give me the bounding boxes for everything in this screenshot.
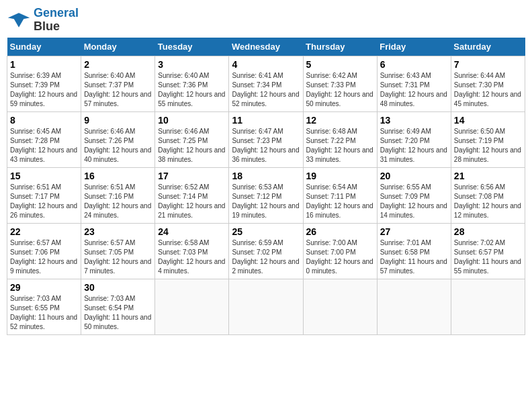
day-header-sunday: Sunday bbox=[7, 38, 81, 56]
week-row-5: 29Sunrise: 7:03 AM Sunset: 6:55 PM Dayli… bbox=[7, 279, 525, 334]
day-number: 30 bbox=[84, 282, 152, 293]
day-info: Sunrise: 6:48 AM Sunset: 7:22 PM Dayligh… bbox=[306, 127, 374, 165]
day-number: 18 bbox=[232, 171, 300, 181]
day-number: 1 bbox=[10, 59, 78, 70]
day-number: 4 bbox=[232, 59, 300, 70]
day-cell-24: 24Sunrise: 6:58 AM Sunset: 7:03 PM Dayli… bbox=[155, 223, 229, 279]
day-info: Sunrise: 6:55 AM Sunset: 7:09 PM Dayligh… bbox=[380, 183, 448, 220]
day-info: Sunrise: 6:56 AM Sunset: 7:08 PM Dayligh… bbox=[454, 183, 522, 220]
day-header-saturday: Saturday bbox=[451, 38, 525, 56]
day-cell-19: 19Sunrise: 6:54 AM Sunset: 7:11 PM Dayli… bbox=[303, 167, 377, 223]
day-number: 27 bbox=[380, 226, 448, 237]
day-info: Sunrise: 6:45 AM Sunset: 7:28 PM Dayligh… bbox=[10, 127, 78, 165]
day-info: Sunrise: 6:41 AM Sunset: 7:34 PM Dayligh… bbox=[232, 71, 300, 109]
day-cell-14: 14Sunrise: 6:50 AM Sunset: 7:19 PM Dayli… bbox=[451, 111, 525, 167]
day-info: Sunrise: 6:47 AM Sunset: 7:23 PM Dayligh… bbox=[232, 127, 300, 165]
day-number: 26 bbox=[306, 226, 374, 237]
day-info: Sunrise: 6:39 AM Sunset: 7:39 PM Dayligh… bbox=[10, 71, 78, 109]
logo: GeneralBlue bbox=[7, 7, 79, 34]
day-info: Sunrise: 6:50 AM Sunset: 7:19 PM Dayligh… bbox=[454, 127, 522, 165]
day-info: Sunrise: 6:54 AM Sunset: 7:11 PM Dayligh… bbox=[306, 183, 374, 220]
day-number: 7 bbox=[454, 59, 522, 70]
day-number: 6 bbox=[380, 59, 448, 70]
calendar-body: 1Sunrise: 6:39 AM Sunset: 7:39 PM Daylig… bbox=[7, 56, 525, 334]
day-cell-30: 30Sunrise: 7:03 AM Sunset: 6:54 PM Dayli… bbox=[81, 279, 155, 334]
day-cell-20: 20Sunrise: 6:55 AM Sunset: 7:09 PM Dayli… bbox=[377, 167, 451, 223]
day-number: 11 bbox=[232, 115, 300, 126]
day-cell-8: 8Sunrise: 6:45 AM Sunset: 7:28 PM Daylig… bbox=[7, 111, 81, 167]
empty-cell bbox=[451, 279, 525, 334]
day-header-thursday: Thursday bbox=[303, 38, 377, 56]
day-header-wednesday: Wednesday bbox=[229, 38, 303, 56]
day-cell-15: 15Sunrise: 6:51 AM Sunset: 7:17 PM Dayli… bbox=[7, 167, 81, 223]
empty-cell bbox=[303, 279, 377, 334]
empty-cell bbox=[229, 279, 303, 334]
day-info: Sunrise: 6:57 AM Sunset: 7:06 PM Dayligh… bbox=[10, 238, 78, 276]
day-cell-16: 16Sunrise: 6:51 AM Sunset: 7:16 PM Dayli… bbox=[81, 167, 155, 223]
day-cell-23: 23Sunrise: 6:57 AM Sunset: 7:05 PM Dayli… bbox=[81, 223, 155, 279]
day-cell-6: 6Sunrise: 6:43 AM Sunset: 7:31 PM Daylig… bbox=[377, 56, 451, 111]
day-info: Sunrise: 6:51 AM Sunset: 7:16 PM Dayligh… bbox=[84, 183, 152, 220]
day-number: 2 bbox=[84, 59, 152, 70]
day-number: 28 bbox=[454, 226, 522, 237]
day-cell-22: 22Sunrise: 6:57 AM Sunset: 7:06 PM Dayli… bbox=[7, 223, 81, 279]
logo-text: GeneralBlue bbox=[34, 7, 79, 34]
day-info: Sunrise: 6:42 AM Sunset: 7:33 PM Dayligh… bbox=[306, 71, 374, 109]
day-info: Sunrise: 7:03 AM Sunset: 6:54 PM Dayligh… bbox=[84, 294, 152, 332]
day-info: Sunrise: 6:51 AM Sunset: 7:17 PM Dayligh… bbox=[10, 183, 78, 220]
week-row-3: 15Sunrise: 6:51 AM Sunset: 7:17 PM Dayli… bbox=[7, 167, 525, 223]
day-cell-2: 2Sunrise: 6:40 AM Sunset: 7:37 PM Daylig… bbox=[81, 56, 155, 111]
day-cell-3: 3Sunrise: 6:40 AM Sunset: 7:36 PM Daylig… bbox=[155, 56, 229, 111]
day-info: Sunrise: 7:00 AM Sunset: 7:00 PM Dayligh… bbox=[306, 238, 374, 276]
day-header-monday: Monday bbox=[81, 38, 155, 56]
day-cell-11: 11Sunrise: 6:47 AM Sunset: 7:23 PM Dayli… bbox=[229, 111, 303, 167]
day-info: Sunrise: 7:01 AM Sunset: 6:58 PM Dayligh… bbox=[380, 238, 448, 276]
day-header-tuesday: Tuesday bbox=[155, 38, 229, 56]
day-number: 15 bbox=[10, 171, 78, 181]
day-number: 23 bbox=[84, 226, 152, 237]
day-cell-1: 1Sunrise: 6:39 AM Sunset: 7:39 PM Daylig… bbox=[7, 56, 81, 111]
day-number: 20 bbox=[380, 171, 448, 181]
day-cell-26: 26Sunrise: 7:00 AM Sunset: 7:00 PM Dayli… bbox=[303, 223, 377, 279]
day-info: Sunrise: 6:58 AM Sunset: 7:03 PM Dayligh… bbox=[158, 238, 226, 276]
day-info: Sunrise: 6:40 AM Sunset: 7:37 PM Dayligh… bbox=[84, 71, 152, 109]
empty-cell bbox=[377, 279, 451, 334]
day-cell-9: 9Sunrise: 6:46 AM Sunset: 7:26 PM Daylig… bbox=[81, 111, 155, 167]
day-cell-4: 4Sunrise: 6:41 AM Sunset: 7:34 PM Daylig… bbox=[229, 56, 303, 111]
day-number: 13 bbox=[380, 115, 448, 126]
calendar-header: SundayMondayTuesdayWednesdayThursdayFrid… bbox=[7, 38, 525, 56]
day-number: 10 bbox=[158, 115, 226, 126]
page-header: GeneralBlue bbox=[7, 7, 525, 34]
day-number: 8 bbox=[10, 115, 78, 126]
day-info: Sunrise: 7:03 AM Sunset: 6:55 PM Dayligh… bbox=[10, 294, 78, 332]
day-number: 12 bbox=[306, 115, 374, 126]
day-cell-13: 13Sunrise: 6:49 AM Sunset: 7:20 PM Dayli… bbox=[377, 111, 451, 167]
week-row-1: 1Sunrise: 6:39 AM Sunset: 7:39 PM Daylig… bbox=[7, 56, 525, 111]
day-info: Sunrise: 6:52 AM Sunset: 7:14 PM Dayligh… bbox=[158, 183, 226, 220]
day-header-friday: Friday bbox=[377, 38, 451, 56]
day-number: 21 bbox=[454, 171, 522, 181]
day-info: Sunrise: 6:53 AM Sunset: 7:12 PM Dayligh… bbox=[232, 183, 300, 220]
day-number: 9 bbox=[84, 115, 152, 126]
day-number: 16 bbox=[84, 171, 152, 181]
day-number: 19 bbox=[306, 171, 374, 181]
day-number: 14 bbox=[454, 115, 522, 126]
svg-marker-0 bbox=[8, 13, 30, 28]
day-info: Sunrise: 6:43 AM Sunset: 7:31 PM Dayligh… bbox=[380, 71, 448, 109]
day-number: 29 bbox=[10, 282, 78, 293]
day-info: Sunrise: 6:40 AM Sunset: 7:36 PM Dayligh… bbox=[158, 71, 226, 109]
day-cell-28: 28Sunrise: 7:02 AM Sunset: 6:57 PM Dayli… bbox=[451, 223, 525, 279]
week-row-4: 22Sunrise: 6:57 AM Sunset: 7:06 PM Dayli… bbox=[7, 223, 525, 279]
empty-cell bbox=[155, 279, 229, 334]
day-number: 25 bbox=[232, 226, 300, 237]
day-cell-7: 7Sunrise: 6:44 AM Sunset: 7:30 PM Daylig… bbox=[451, 56, 525, 111]
day-info: Sunrise: 6:46 AM Sunset: 7:25 PM Dayligh… bbox=[158, 127, 226, 165]
day-info: Sunrise: 7:02 AM Sunset: 6:57 PM Dayligh… bbox=[454, 238, 522, 276]
day-cell-10: 10Sunrise: 6:46 AM Sunset: 7:25 PM Dayli… bbox=[155, 111, 229, 167]
day-number: 3 bbox=[158, 59, 226, 70]
day-info: Sunrise: 6:57 AM Sunset: 7:05 PM Dayligh… bbox=[84, 238, 152, 276]
day-cell-25: 25Sunrise: 6:59 AM Sunset: 7:02 PM Dayli… bbox=[229, 223, 303, 279]
day-cell-21: 21Sunrise: 6:56 AM Sunset: 7:08 PM Dayli… bbox=[451, 167, 525, 223]
week-row-2: 8Sunrise: 6:45 AM Sunset: 7:28 PM Daylig… bbox=[7, 111, 525, 167]
day-info: Sunrise: 6:49 AM Sunset: 7:20 PM Dayligh… bbox=[380, 127, 448, 165]
